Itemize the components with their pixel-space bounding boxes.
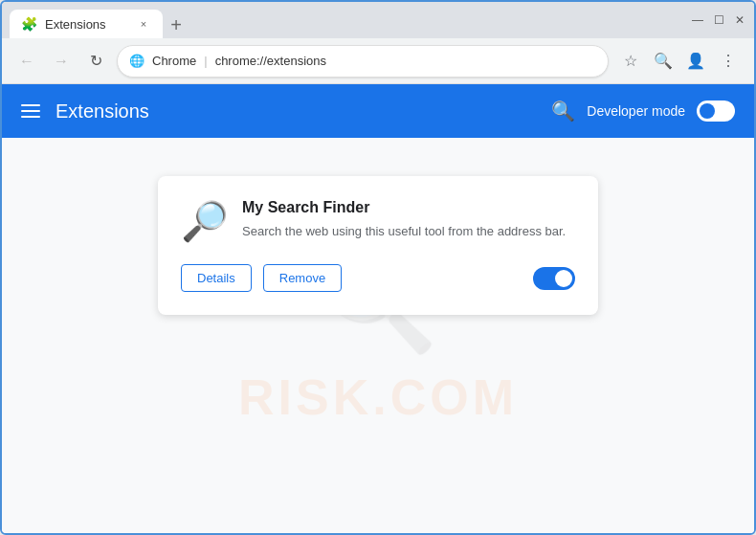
- menu-hamburger-button[interactable]: [21, 104, 40, 118]
- extensions-content: 🔍 RISK.COM 🔎 My Search Finder Search the…: [2, 138, 754, 533]
- lock-icon: 🌐: [129, 54, 145, 68]
- details-button[interactable]: Details: [181, 264, 252, 292]
- browser-window: 🧩 Extensions × + — ☐ ✕ ← → ↻ 🌐 Chrome | …: [0, 0, 756, 535]
- minimize-button[interactable]: —: [691, 13, 704, 27]
- active-tab[interactable]: 🧩 Extensions ×: [10, 10, 163, 38]
- extension-card: 🔎 My Search Finder Search the web using …: [158, 176, 598, 315]
- url-bar[interactable]: 🌐 Chrome | chrome://extensions: [117, 45, 609, 78]
- toolbar-actions: ☆ 🔍 👤 ⋮: [616, 47, 743, 76]
- tab-extension-icon: 🧩: [21, 16, 37, 32]
- watermark-text: RISK.COM: [238, 368, 518, 426]
- remove-button[interactable]: Remove: [263, 264, 342, 292]
- ext-toggle-slider: [533, 267, 575, 290]
- extension-description: Search the web using this useful tool fr…: [242, 222, 575, 241]
- titlebar: 🧩 Extensions × + — ☐ ✕: [2, 2, 754, 38]
- forward-button[interactable]: →: [48, 48, 75, 75]
- tab-label: Extensions: [45, 17, 106, 32]
- extension-info: My Search Finder Search the web using th…: [242, 199, 575, 241]
- search-button[interactable]: 🔍: [649, 47, 678, 76]
- hamburger-line-1: [21, 104, 40, 106]
- reload-button[interactable]: ↻: [82, 48, 109, 75]
- developer-mode-label: Developer mode: [587, 103, 685, 119]
- maximize-button[interactable]: ☐: [712, 13, 725, 27]
- extension-card-bottom: Details Remove: [181, 264, 575, 292]
- addressbar: ← → ↻ 🌐 Chrome | chrome://extensions ☆ 🔍…: [2, 38, 754, 84]
- hamburger-line-3: [21, 116, 40, 118]
- hamburger-line-2: [21, 110, 40, 112]
- extension-name: My Search Finder: [242, 199, 575, 216]
- extensions-header: Extensions 🔍 Developer mode: [2, 84, 754, 138]
- bookmark-button[interactable]: ☆: [616, 47, 645, 76]
- toggle-slider: [697, 100, 735, 122]
- extension-card-top: 🔎 My Search Finder Search the web using …: [181, 199, 575, 245]
- profile-button[interactable]: 👤: [681, 47, 710, 76]
- extension-icon: 🔎: [181, 200, 229, 242]
- menu-button[interactable]: ⋮: [714, 47, 743, 76]
- new-tab-button[interactable]: +: [163, 11, 189, 38]
- extension-toggle[interactable]: [533, 267, 575, 290]
- window-controls: — ☐ ✕: [691, 13, 746, 27]
- site-label: Chrome: [152, 54, 196, 68]
- back-button[interactable]: ←: [13, 48, 40, 75]
- url-path: chrome://extensions: [215, 54, 326, 68]
- header-search-icon[interactable]: 🔍: [551, 100, 575, 123]
- extensions-title: Extensions: [56, 100, 536, 123]
- header-right: 🔍 Developer mode: [551, 100, 735, 123]
- extension-icon-wrap: 🔎: [181, 199, 227, 245]
- tab-close-button[interactable]: ×: [136, 16, 151, 32]
- close-button[interactable]: ✕: [733, 13, 746, 27]
- tab-area: 🧩 Extensions × +: [10, 2, 679, 38]
- developer-mode-toggle[interactable]: [697, 100, 735, 122]
- url-separator: |: [204, 54, 207, 68]
